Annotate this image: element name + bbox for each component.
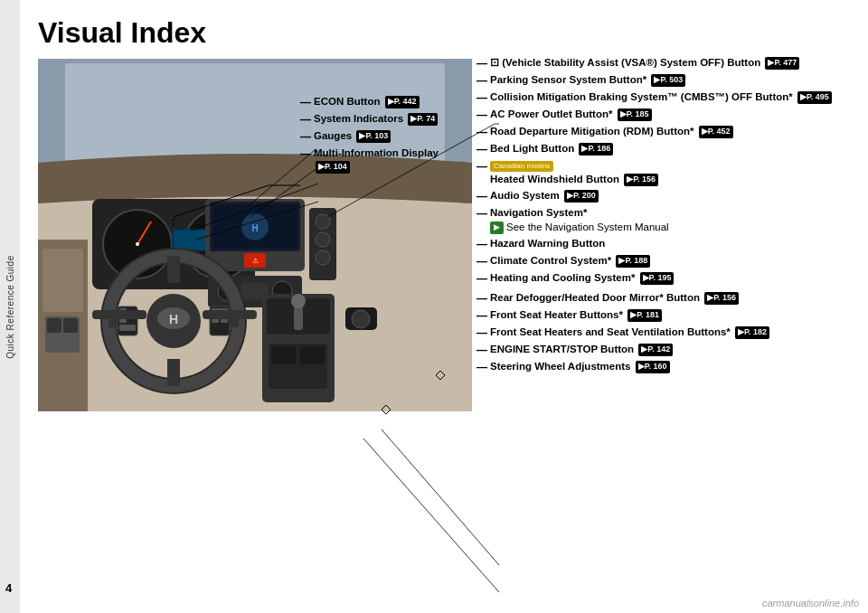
annotation-rear-defogger: — Rear Defogger/Heated Door Mirror* Butt…	[476, 291, 868, 306]
annotation-multi-info: — Multi-Information Display ▶P. 104	[300, 146, 472, 174]
annotation-bed-light: — Bed Light Button ▶P. 186	[476, 142, 868, 156]
sidebar: Quick Reference Guide	[0, 0, 20, 613]
svg-rect-46	[63, 318, 78, 333]
annotation-heating-cooling: — Heating and Cooling System* ▶P. 195	[476, 271, 868, 286]
annotation-front-seat-heater: — Front Seat Heater Buttons* ▶P. 181	[476, 308, 868, 323]
sidebar-label: Quick Reference Guide	[5, 255, 15, 358]
svg-point-53	[316, 232, 330, 247]
svg-rect-33	[119, 325, 136, 331]
annotation-cmbs: — Collision Mitigation Braking System™ (…	[476, 90, 868, 105]
annotation-parking-sensor: — Parking Sensor System Button* ▶P. 503	[476, 73, 868, 88]
svg-text:H: H	[169, 312, 178, 326]
annotation-gauges: — Gauges ▶P. 103	[300, 129, 472, 144]
svg-point-50	[291, 294, 306, 308]
svg-point-54	[316, 250, 330, 265]
svg-rect-58	[271, 346, 296, 364]
svg-rect-59	[300, 346, 325, 364]
svg-line-73	[382, 429, 499, 565]
annotation-vsa: — ⊡ (Vehicle Stability Assist (VSA®) Sys…	[476, 56, 868, 71]
svg-text:H: H	[251, 223, 258, 233]
svg-rect-11	[174, 231, 211, 250]
annotation-system-indicators: — System Indicators ▶P. 74	[300, 112, 472, 127]
svg-point-56	[352, 310, 370, 328]
svg-rect-45	[47, 318, 61, 333]
annotation-front-seat-ventilation: — Front Seat Heaters and Seat Ventilatio…	[476, 325, 868, 340]
left-annotations-panel: — ECON Button ▶P. 442 — System Indicator…	[300, 95, 472, 176]
svg-rect-43	[42, 249, 83, 312]
annotation-steering-adjust: — Steering Wheel Adjustments ▶P. 160	[476, 360, 868, 374]
annotation-econ: — ECON Button ▶P. 442	[300, 95, 472, 109]
page-number: 4	[5, 581, 12, 595]
svg-line-72	[363, 439, 499, 592]
annotation-ac-power: — AC Power Outlet Button* ▶P. 185	[476, 108, 868, 122]
annotation-navigation: — Navigation System* ▶ See the Navigatio…	[476, 206, 868, 234]
right-annotations-panel: — ⊡ (Vehicle Stability Assist (VSA®) Sys…	[476, 56, 868, 377]
annotation-engine-start: — ENGINE START/STOP Button ▶P. 142	[476, 343, 868, 357]
main-content: Visual Index	[20, 0, 868, 613]
svg-text:⚠: ⚠	[252, 257, 259, 265]
svg-rect-40	[92, 310, 146, 319]
svg-rect-41	[203, 310, 257, 319]
annotation-hazard: — Hazard Warning Button	[476, 237, 868, 251]
svg-point-52	[316, 214, 330, 229]
annotation-rdm: — Road Departure Mitigation (RDM) Button…	[476, 125, 868, 139]
watermark: carmanualsonline.info	[762, 598, 859, 608]
page-title: Visual Index	[38, 16, 206, 50]
annotation-climate: — Climate Control System* ▶P. 188	[476, 254, 868, 269]
annotation-heated-windshield: — Canadian models Heated Windshield Butt…	[476, 159, 868, 186]
svg-point-8	[136, 242, 139, 246]
annotation-audio: — Audio System ▶P. 200	[476, 189, 868, 203]
